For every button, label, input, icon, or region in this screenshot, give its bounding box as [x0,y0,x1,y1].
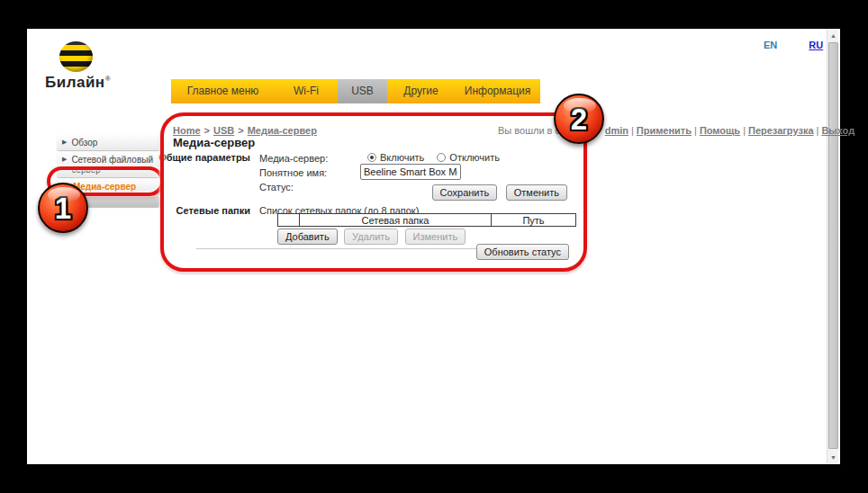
breadcrumb-media-server-link[interactable]: Медиа-сервер [248,125,317,136]
lang-ru-link[interactable]: RU [809,40,823,50]
beeline-bee-icon [59,41,93,72]
folders-table: Сетевая папка Путь [277,213,576,227]
save-cancel-row: Сохранить Отменить [27,184,567,201]
vertical-scrollbar[interactable]: ▲ ▼ [827,30,838,463]
step-2-number: 2 [571,104,587,134]
cancel-button[interactable]: Отменить [506,184,567,201]
session-admin-link[interactable]: dmin [605,125,628,136]
brand-name-text: Билайн [45,74,105,91]
step-1-number: 1 [55,193,71,223]
lang-en-link[interactable]: EN [764,40,777,50]
sidebar-item-overview[interactable]: ▶ Обзор [57,135,160,150]
enable-radio[interactable] [367,153,376,162]
enable-radio-label: Включить [380,152,424,163]
general-params-label: Общие параметры [142,152,250,163]
apply-link[interactable]: Применить [637,125,692,136]
scroll-up-arrow-icon[interactable]: ▲ [827,30,839,41]
session-bar: Вы вошли в систdmin|Применить|Помощь|Пер… [498,125,815,136]
friendly-name-label: Понятное имя: [259,167,327,178]
chevron-right-icon: ▶ [62,139,67,146]
tab-usb[interactable]: USB [338,79,387,103]
page-title: Медиа-сервер [173,136,255,149]
session-separator: | [743,125,746,136]
breadcrumb-separator: > [238,125,243,136]
chevron-right-icon: ▶ [62,156,67,163]
trademark-mark: ® [105,75,111,83]
refresh-row: Обновить статус [27,243,569,260]
session-separator: | [817,125,819,136]
sidebar-item-label: Обзор [71,138,97,148]
session-separator: | [631,125,634,136]
step-2-badge: 2 [554,94,604,144]
scrollbar-thumb[interactable] [828,42,838,449]
folders-table-header-row: Сетевая папка Путь [278,214,576,227]
tab-other[interactable]: Другие [387,79,455,103]
network-folders-label: Сетевые папки [142,205,250,216]
refresh-status-button[interactable]: Обновить статус [476,244,569,260]
session-separator: | [694,125,697,136]
main-nav: Главное меню Wi-Fi USB Другие Информация [171,79,540,103]
path-column-header: Путь [492,214,576,227]
tab-wifi[interactable]: Wi-Fi [275,79,338,103]
tab-main-menu[interactable]: Главное меню [171,79,275,103]
media-server-toggle: Включить Отключить [367,152,500,163]
scroll-down-arrow-icon[interactable]: ▼ [827,452,839,463]
breadcrumb-home-link[interactable]: Home [173,125,201,136]
logout-link[interactable]: Выход [821,125,854,136]
checkbox-column-header [278,214,300,227]
brand-name: Билайн® [45,74,111,92]
disable-radio[interactable] [437,153,446,162]
language-switch: EN RU [764,40,823,50]
folder-column-header: Сетевая папка [300,214,492,227]
breadcrumb: Home>USB>Медиа-сервер [173,125,317,136]
save-button[interactable]: Сохранить [432,184,498,201]
step-1-badge: 1 [38,183,88,233]
reboot-link[interactable]: Перезагрузка [748,125,814,136]
tab-information[interactable]: Информация [455,79,540,103]
disable-radio-label: Отключить [449,152,500,163]
router-admin-page: Билайн® EN RU ▲ ▼ Главное меню Wi-Fi USB… [27,29,840,464]
breadcrumb-usb-link[interactable]: USB [213,125,234,136]
help-link[interactable]: Помощь [700,125,740,136]
friendly-name-input[interactable] [360,164,461,180]
breadcrumb-separator: > [204,125,210,136]
media-server-field-label: Медиа-сервер: [259,153,328,164]
